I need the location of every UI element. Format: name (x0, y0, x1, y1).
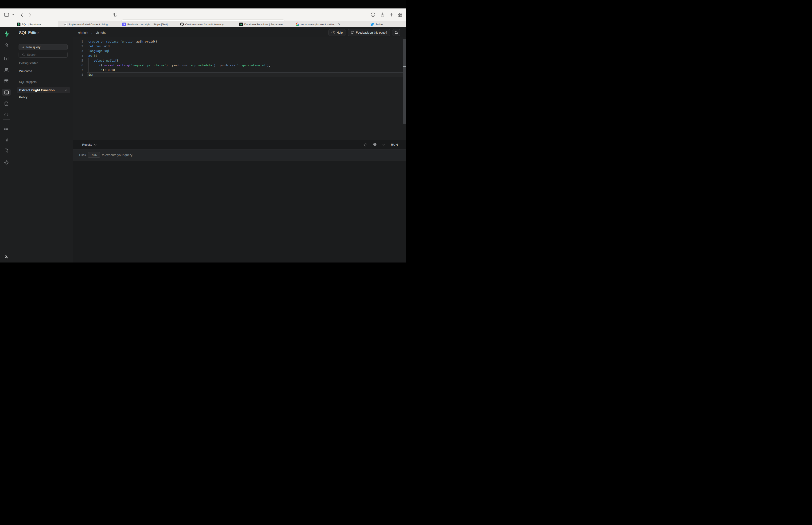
run-button[interactable]: RUN (391, 143, 398, 146)
help-button[interactable]: ? Help (328, 29, 346, 36)
favorite-heart-icon[interactable] (373, 143, 377, 147)
text-cursor (94, 73, 94, 77)
search-icon (22, 53, 25, 56)
menubar-black-strip (0, 0, 406, 9)
new-query-label: New query (26, 46, 41, 49)
nav-rail (0, 27, 13, 262)
results-toolbar: Results (73, 140, 406, 149)
code-line: 8 $$; (73, 72, 406, 77)
settings-gear-icon[interactable] (4, 160, 9, 165)
logs-icon[interactable] (4, 126, 9, 131)
code-line: 1 create or replace function auth.orgid(… (73, 39, 406, 44)
code-token: (( (88, 63, 103, 67)
downloads-icon[interactable] (370, 9, 376, 21)
docs-icon[interactable] (4, 149, 9, 153)
breadcrumb: oh-right / oh-right (78, 27, 106, 38)
tab-gated-content[interactable]: Implement Gated Content Using... (58, 21, 116, 28)
code-token: returns (88, 44, 101, 48)
supabase-logo-icon[interactable] (3, 31, 9, 37)
page-title: SQL Editor (19, 31, 39, 35)
code-line: 7 '')::uuid (73, 68, 406, 72)
code-token: nullif (106, 59, 117, 62)
stripe-favicon: S (122, 22, 126, 26)
home-icon[interactable] (4, 43, 9, 48)
tab-overview-icon[interactable] (397, 9, 403, 21)
table-editor-icon[interactable] (4, 56, 9, 61)
search-input[interactable]: Search (18, 52, 68, 58)
code-token (88, 59, 94, 62)
selected-snippet-label: Extract OrgId Function (19, 88, 55, 92)
tab-google-search[interactable]: supabase sql current_setting - G... (290, 21, 348, 28)
help-label: Help (337, 31, 343, 34)
code-token: 'app_metadata' (189, 63, 214, 67)
code-token: select (94, 59, 104, 62)
storage-icon[interactable] (4, 79, 9, 84)
code-token: as (88, 54, 92, 58)
database-icon[interactable] (4, 101, 9, 106)
line-number: 4 (73, 54, 84, 58)
notifications-button[interactable] (392, 29, 400, 36)
results-dropdown[interactable]: Results (82, 140, 96, 149)
sql-code-editor[interactable]: 1 create or replace function auth.orgid(… (73, 38, 406, 140)
tab-title: Produkte – oh-right – Stripe [Test] (127, 23, 168, 26)
chevron-down-icon[interactable] (65, 89, 67, 91)
forward-button-icon[interactable] (28, 9, 32, 21)
screen: app.supabase.com A (0, 0, 406, 262)
tab-github-custom-claims[interactable]: Custom claims for multi tenancy... (174, 21, 232, 28)
code-token: $$ (92, 54, 97, 58)
code-token: current_setting (103, 63, 129, 67)
code-token: auth.orgid() (134, 40, 157, 43)
plus-icon: + (22, 46, 24, 49)
code-token: language sql (88, 49, 109, 52)
section-sql-snippets: SQL snippets (19, 80, 37, 84)
run-keycap: RUN (88, 152, 100, 158)
tab-database-functions[interactable]: Database Functions | Supabase (232, 21, 290, 28)
code-token: ( (117, 59, 119, 62)
sidebar-item-policy[interactable]: Policy (19, 95, 28, 99)
tab-sql-supabase[interactable]: SQL | Supabase (0, 21, 58, 28)
auth-users-icon[interactable] (4, 67, 9, 72)
feedback-button[interactable]: Feedback on this page? (348, 29, 390, 36)
feedback-label: Feedback on this page? (356, 31, 387, 34)
code-token: ->> (182, 63, 187, 67)
reports-icon[interactable] (4, 137, 9, 142)
sidebar-toggle-icon[interactable] (3, 9, 10, 21)
privacy-shield-icon[interactable] (113, 9, 118, 21)
sidebar-item-extract-orgid-selected[interactable]: Extract OrgId Function (17, 87, 70, 93)
bell-icon (395, 31, 398, 34)
line-number: 6 (73, 63, 84, 68)
new-query-button[interactable]: + New query (18, 44, 68, 50)
breadcrumb-separator: / (91, 31, 92, 34)
question-circle-icon: ? (332, 31, 335, 34)
run-options-chevron-icon[interactable] (383, 144, 385, 146)
tab-stripe-produkte[interactable]: S Produkte – oh-right – Stripe [Test] (116, 21, 174, 28)
tab-twitter[interactable]: Twitter (348, 21, 406, 28)
code-token (88, 68, 99, 72)
section-getting-started: Getting started (19, 62, 38, 65)
tab-title: Custom claims for multi tenancy... (185, 23, 226, 26)
code-line: 6 ((current_setting('request.jwt.claims'… (73, 63, 406, 68)
api-code-icon[interactable] (4, 113, 9, 117)
code-line: 2 returns uuid (73, 44, 406, 49)
code-token: )::jsonb (166, 63, 182, 67)
code-token: ), (267, 63, 271, 67)
sidebar-item-welcome[interactable]: Welcome (19, 69, 32, 73)
supabase-favicon (17, 22, 20, 26)
sql-editor-icon-active[interactable] (2, 89, 11, 96)
twitter-favicon (370, 22, 374, 26)
code-token: 'request.jwt.claims' (131, 63, 166, 67)
breadcrumb-org[interactable]: oh-right (78, 31, 88, 34)
tab-bar: SQL | Supabase Implement Gated Content U… (0, 21, 406, 27)
code-token: ( (129, 63, 131, 67)
share-icon[interactable] (380, 9, 385, 21)
editor-scrollbar[interactable] (403, 39, 406, 124)
line-number: 5 (73, 58, 84, 63)
sidebar-chevron-icon[interactable] (11, 9, 15, 21)
new-tab-icon[interactable] (389, 9, 394, 21)
account-person-icon[interactable] (4, 254, 9, 259)
back-button-icon[interactable] (19, 9, 24, 21)
main-panel: oh-right / oh-right ? Help Feedback on t… (73, 27, 406, 262)
code-token (187, 63, 189, 67)
results-empty-panel (73, 161, 406, 262)
breadcrumb-project[interactable]: oh-right (96, 31, 106, 34)
